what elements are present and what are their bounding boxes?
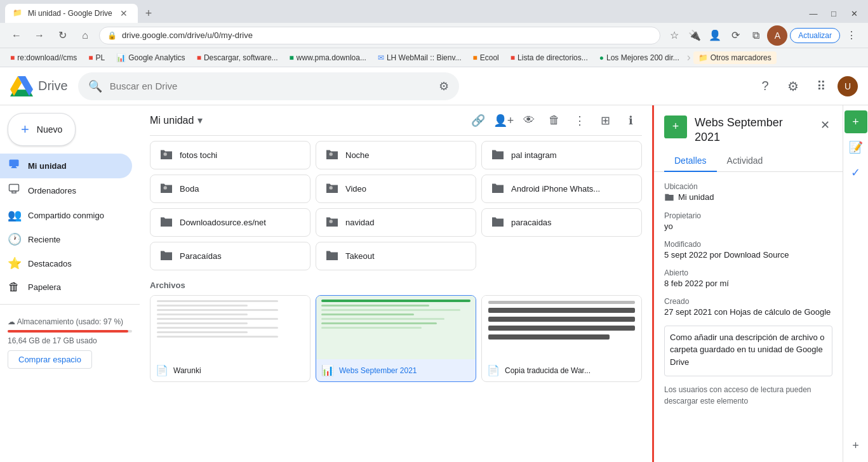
menu-button[interactable]: ⋮	[843, 27, 860, 44]
bookmark-cms-icon: ■	[10, 53, 15, 62]
detail-owner-row: Propietario yo	[664, 211, 832, 231]
detail-close-button[interactable]: ✕	[818, 116, 832, 135]
forward-button[interactable]: →	[30, 27, 48, 44]
grid-view-button[interactable]: ⊞	[594, 109, 617, 132]
folder-downloadosurce[interactable]: Downloadosurce.es/net	[150, 208, 310, 237]
edge-sheets-icon[interactable]: +	[845, 110, 867, 133]
bookmark-ecool[interactable]: ■ Ecool	[468, 51, 504, 64]
folder-takeout[interactable]: Takeout	[316, 242, 476, 270]
preview-button[interactable]: 👁	[517, 109, 540, 132]
detail-description-box[interactable]: Como añadir una descripción de archivo o…	[664, 326, 832, 376]
user-avatar[interactable]: A	[767, 25, 787, 46]
folder-boda[interactable]: Boda	[150, 175, 310, 203]
bookmark-lista[interactable]: ■ Lista de directorios...	[505, 51, 593, 64]
search-tune-icon[interactable]: ⚙	[439, 79, 449, 93]
folder-noche[interactable]: Noche	[316, 141, 476, 169]
folder-navidad-icon	[325, 215, 339, 230]
tab-close-button[interactable]: ✕	[117, 7, 130, 20]
tab-detalles[interactable]: Detalles	[664, 150, 717, 172]
sidebar-item-destacados[interactable]: ⭐ Destacados	[0, 251, 132, 275]
detail-location-label: Ubicación	[664, 182, 832, 191]
edge-notes-icon[interactable]: 📝	[845, 136, 867, 159]
close-button[interactable]: ✕	[845, 6, 863, 20]
bookmark-descargar[interactable]: ■ Descargar, software...	[192, 51, 283, 64]
sync-icon[interactable]: ⟳	[726, 27, 744, 44]
search-box[interactable]: 🔍 ⚙	[78, 72, 459, 100]
bookmarks-bar: ■ re:download//cms ■ PL 📊 Google Analyti…	[0, 48, 868, 67]
user-avatar-app[interactable]: U	[838, 76, 858, 96]
sidebar-item-ordenadores[interactable]: Ordenadores	[0, 178, 132, 203]
file-webs-footer: 📊 Webs September 2021	[316, 359, 476, 381]
profile-icon[interactable]: 👤	[706, 27, 724, 44]
file-copia-doc	[482, 296, 641, 359]
doc-line	[157, 318, 278, 320]
settings-button[interactable]: ⚙	[782, 75, 805, 98]
active-tab[interactable]: 📁 Mi unidad - Google Drive ✕	[5, 4, 138, 23]
cloud-icon: ☁	[8, 317, 15, 326]
toolbar-actions: 🔗 👤+ 👁 🗑 ⋮ ⊞ ℹ	[467, 109, 642, 132]
new-tab-button[interactable]: +	[140, 4, 157, 23]
extensions-icon[interactable]: 🔌	[686, 27, 704, 44]
folder-paracaidas2[interactable]: Paracaídas	[150, 242, 310, 270]
bookmark-lh[interactable]: ✉ LH WebMail :: Bienv...	[373, 51, 467, 64]
doc-line	[157, 322, 248, 324]
svg-point-6	[330, 186, 333, 189]
edge-add-icon[interactable]: +	[845, 434, 867, 457]
sidebar-compartido-label: Compartido conmigo	[28, 211, 104, 220]
sidebar-item-papelera[interactable]: 🗑 Papelera	[0, 275, 132, 299]
doc-line	[157, 314, 248, 315]
folder-pal-intagram[interactable]: pal intagram	[481, 141, 642, 169]
folder-video[interactable]: Video	[316, 175, 476, 203]
file-copia[interactable]: 📄 Copia traducida de War...	[481, 295, 642, 382]
bookmark-icon[interactable]: ☆	[665, 27, 683, 44]
home-button[interactable]: ⌂	[76, 27, 94, 44]
back-button[interactable]: ←	[8, 27, 25, 44]
new-button[interactable]: + Nuevo	[8, 113, 76, 146]
reload-button[interactable]: ↻	[53, 27, 71, 44]
split-view-icon[interactable]: ⧉	[747, 27, 765, 44]
bookmark-analytics-label: Google Analytics	[128, 53, 185, 62]
bookmark-mejores[interactable]: ● Los Mejores 200 dir...	[594, 51, 684, 64]
bookmark-pl[interactable]: ■ PL	[83, 51, 110, 64]
bookmark-pma[interactable]: ■ www.pma.downloa...	[284, 51, 371, 64]
more-button[interactable]: ⋮	[568, 109, 591, 132]
minimize-button[interactable]: —	[805, 6, 822, 20]
share-link-button[interactable]: 🔗	[467, 109, 490, 132]
search-input[interactable]	[110, 81, 431, 91]
file-warunki[interactable]: 📄 Warunki	[150, 295, 310, 382]
folder-boda-icon	[159, 182, 173, 196]
info-button[interactable]: ℹ	[619, 109, 642, 132]
file-webs-september[interactable]: 📊 Webs September 2021	[316, 295, 476, 382]
help-button[interactable]: ?	[754, 75, 777, 98]
delete-button[interactable]: 🗑	[543, 109, 566, 132]
add-person-button[interactable]: 👤+	[492, 109, 515, 132]
folder-paracaidas[interactable]: paracaidas	[481, 208, 642, 237]
url-bar[interactable]: 🔒 drive.google.com/drive/u/0/my-drive	[99, 27, 660, 44]
detail-footer-text: Los usuarios con acceso de lectura puede…	[664, 384, 832, 407]
file-warunki-preview	[150, 296, 310, 359]
sidebar-item-compartido[interactable]: 👥 Compartido conmigo	[0, 203, 132, 227]
unit-title: Mi unidad ▾	[150, 114, 203, 126]
bookmark-lh-icon: ✉	[378, 53, 384, 62]
bookmark-analytics[interactable]: 📊 Google Analytics	[111, 51, 190, 64]
bookmark-otros[interactable]: 📁 Otros marcadores	[693, 51, 777, 64]
svg-point-3	[164, 152, 167, 155]
folder-navidad[interactable]: navidad	[316, 208, 476, 237]
bookmark-ecool-label: Ecool	[480, 53, 499, 62]
mi-unidad-icon	[8, 159, 20, 173]
sidebar-item-mi-unidad[interactable]: Mi unidad	[0, 154, 132, 178]
folder-android[interactable]: Android iPhone Whats...	[481, 175, 642, 203]
update-button[interactable]: Actualizar	[790, 28, 840, 43]
detail-location-text: Mi unidad	[678, 192, 714, 202]
address-bar: ← → ↻ ⌂ 🔒 drive.google.com/drive/u/0/my-…	[0, 23, 868, 48]
buy-storage-button[interactable]: Comprar espacio	[8, 350, 92, 369]
tab-actividad[interactable]: Actividad	[717, 150, 773, 172]
sidebar-item-reciente[interactable]: 🕐 Reciente	[0, 227, 132, 251]
folder-fotos-tochi[interactable]: fotos tochi	[150, 141, 310, 169]
maximize-button[interactable]: □	[825, 6, 843, 20]
bookmark-cms[interactable]: ■ re:download//cms	[5, 51, 82, 64]
apps-button[interactable]: ⠿	[810, 75, 832, 98]
detail-title: Webs September 2021	[695, 116, 810, 145]
edge-tasks-icon[interactable]: ✓	[845, 161, 867, 184]
doc-line	[157, 331, 248, 333]
